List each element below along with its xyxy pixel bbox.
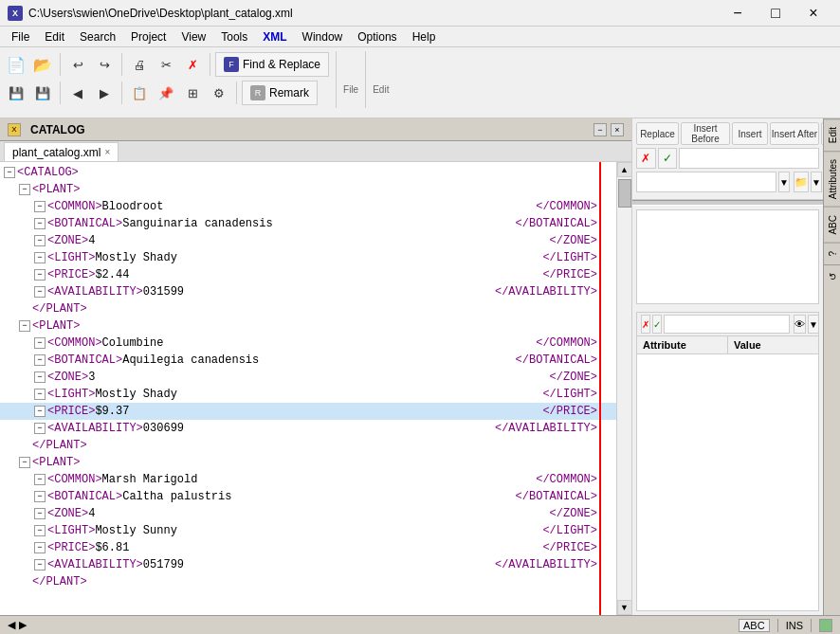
- expand-btn[interactable]: −: [34, 542, 46, 553]
- vertical-scrollbar[interactable]: ▲ ▼: [616, 162, 631, 615]
- panel-resize-handle[interactable]: [632, 200, 823, 206]
- expand-btn[interactable]: −: [34, 269, 46, 281]
- attr-delete-btn[interactable]: ✗: [641, 315, 650, 334]
- side-tab-attributes[interactable]: Attributes: [824, 151, 840, 207]
- content-textarea[interactable]: [637, 210, 818, 303]
- options-btn2[interactable]: ⚙: [207, 81, 231, 105]
- xml-line[interactable]: </PLANT>: [0, 573, 616, 590]
- insert-before-button[interactable]: Insert Before: [681, 122, 730, 145]
- expand-btn[interactable]: −: [34, 474, 46, 485]
- menu-edit[interactable]: Edit: [37, 27, 72, 47]
- xml-line[interactable]: − <LIGHT> Mostly Shady </LIGHT>: [0, 386, 616, 403]
- xml-line[interactable]: </PLANT>: [0, 300, 616, 317]
- edit-input-field[interactable]: [679, 148, 819, 169]
- catalog-close-btn[interactable]: ×: [611, 123, 624, 136]
- xml-line[interactable]: − <BOTANICAL> Sanguinaria canadensis </B…: [0, 215, 616, 232]
- xml-line[interactable]: − <AVAILABILITY> 051799 </AVAILABILITY>: [0, 556, 616, 573]
- back-button[interactable]: ◀: [65, 81, 90, 105]
- format-button[interactable]: ⊞: [180, 81, 205, 105]
- dropdown-btn2[interactable]: ▼: [811, 172, 822, 192]
- x-clear-button[interactable]: ✗: [636, 148, 656, 169]
- save-all-button[interactable]: 💾: [30, 81, 55, 105]
- expand-btn[interactable]: −: [34, 371, 46, 383]
- copy-button[interactable]: 📋: [127, 81, 152, 105]
- redo-button[interactable]: ↪: [92, 52, 117, 77]
- undo-button[interactable]: ↩: [65, 52, 90, 77]
- attr-filter-input[interactable]: [664, 315, 790, 334]
- replace-button[interactable]: Replace: [636, 122, 679, 145]
- edit-input-field2[interactable]: [636, 172, 776, 192]
- menu-view[interactable]: View: [173, 27, 213, 47]
- close-doc-button[interactable]: ✗: [180, 52, 205, 77]
- xml-line[interactable]: − <COMMON> Columbine </COMMON>: [0, 335, 616, 352]
- xml-line[interactable]: − <AVAILABILITY> 031599 </AVAILABILITY>: [0, 283, 616, 300]
- save-button[interactable]: 💾: [4, 81, 28, 105]
- close-button[interactable]: ×: [794, 0, 832, 27]
- expand-btn[interactable]: −: [19, 457, 30, 468]
- expand-btn[interactable]: −: [4, 167, 15, 178]
- dropdown-btn1[interactable]: ▼: [778, 172, 790, 192]
- expand-btn[interactable]: −: [19, 184, 30, 195]
- xml-line[interactable]: </PLANT>: [0, 437, 616, 454]
- xml-line-selected[interactable]: − <PRICE> $9.37 </PRICE>: [0, 403, 616, 420]
- minimize-button[interactable]: −: [719, 0, 757, 27]
- menu-search[interactable]: Search: [72, 27, 123, 47]
- side-tab-abc[interactable]: ABC: [824, 207, 840, 243]
- xml-line[interactable]: − <PRICE> $2.44 </PRICE>: [0, 266, 616, 283]
- xml-line[interactable]: − <PRICE> $6.81 </PRICE>: [0, 539, 616, 556]
- doc-tab-close[interactable]: ×: [104, 147, 110, 157]
- scroll-down-btn[interactable]: ▼: [617, 600, 632, 615]
- xml-line[interactable]: − <LIGHT> Mostly Sunny </LIGHT>: [0, 522, 616, 539]
- xml-line[interactable]: − <LIGHT> Mostly Shady </LIGHT>: [0, 249, 616, 266]
- expand-btn[interactable]: −: [19, 320, 30, 332]
- attr-eye-btn[interactable]: 👁: [794, 315, 806, 334]
- menu-options[interactable]: Options: [350, 27, 404, 47]
- side-tab-edit[interactable]: Edit: [824, 118, 840, 151]
- expand-btn[interactable]: −: [34, 252, 46, 263]
- expand-btn[interactable]: −: [34, 406, 46, 417]
- xml-line[interactable]: − <ZONE> 4 </ZONE>: [0, 232, 616, 249]
- xml-line[interactable]: − <AVAILABILITY> 030699 </AVAILABILITY>: [0, 420, 616, 437]
- xml-line[interactable]: − <ZONE> 3 </ZONE>: [0, 369, 616, 386]
- menu-file[interactable]: File: [4, 27, 37, 47]
- xml-line[interactable]: − <COMMON> Bloodroot </COMMON>: [0, 198, 616, 215]
- doc-tab-plant-catalog[interactable]: plant_catalog.xml ×: [4, 142, 119, 161]
- expand-btn[interactable]: −: [34, 559, 46, 571]
- new-button[interactable]: 📄: [4, 52, 28, 77]
- expand-btn[interactable]: −: [34, 389, 46, 400]
- xml-line[interactable]: − <BOTANICAL> Caltha palustris </BOTANIC…: [0, 488, 616, 505]
- menu-help[interactable]: Help: [405, 27, 444, 47]
- menu-xml[interactable]: XML: [255, 27, 294, 47]
- menu-project[interactable]: Project: [123, 27, 173, 47]
- xml-line[interactable]: − <CATALOG>: [0, 164, 616, 181]
- expand-btn[interactable]: −: [34, 491, 46, 502]
- expand-btn[interactable]: −: [34, 508, 46, 519]
- expand-btn[interactable]: −: [34, 337, 46, 349]
- xml-line[interactable]: − <PLANT>: [0, 181, 616, 198]
- xml-tree[interactable]: − <CATALOG> − <PLANT> − <COMMON> Bloodro…: [0, 162, 616, 615]
- expand-btn[interactable]: −: [34, 354, 46, 366]
- side-tab-unknown[interactable]: ?: [824, 243, 840, 264]
- insert-after-button[interactable]: Insert After: [770, 122, 819, 145]
- print-button[interactable]: 🖨: [127, 52, 152, 77]
- side-tab-refresh[interactable]: ↺: [824, 264, 840, 288]
- expand-btn[interactable]: −: [34, 286, 46, 298]
- xml-line[interactable]: − <BOTANICAL> Aquilegia canadensis </BOT…: [0, 352, 616, 369]
- folder-btn[interactable]: 📁: [794, 172, 809, 192]
- open-button[interactable]: 📂: [30, 52, 55, 77]
- attr-menu-btn[interactable]: ▼: [808, 315, 819, 334]
- paste-button[interactable]: 📌: [154, 81, 178, 105]
- xml-line[interactable]: − <ZONE> 4 </ZONE>: [0, 505, 616, 522]
- expand-btn[interactable]: −: [34, 201, 46, 212]
- menu-tools[interactable]: Tools: [213, 27, 255, 47]
- expand-btn[interactable]: −: [34, 218, 46, 229]
- status-scroll-left[interactable]: ◀: [8, 619, 15, 631]
- forward-button[interactable]: ▶: [92, 81, 117, 105]
- remark-button[interactable]: R Remark: [242, 81, 318, 105]
- scroll-up-btn[interactable]: ▲: [617, 162, 632, 177]
- menu-window[interactable]: Window: [295, 27, 351, 47]
- xml-line[interactable]: − <PLANT>: [0, 317, 616, 335]
- expand-btn[interactable]: −: [34, 525, 46, 536]
- maximize-button[interactable]: □: [757, 0, 794, 27]
- status-scroll-right[interactable]: ▶: [19, 619, 27, 631]
